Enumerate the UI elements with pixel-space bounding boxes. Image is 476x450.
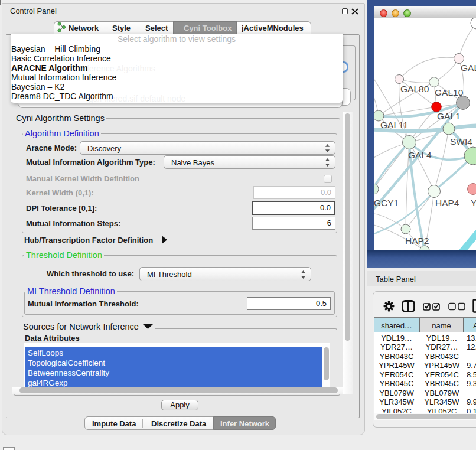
svg-text:SWI4: SWI4	[450, 136, 472, 146]
svg-text:GAL10: GAL10	[435, 87, 464, 97]
svg-text:GCY1: GCY1	[374, 198, 399, 208]
svg-text:GAL80: GAL80	[400, 84, 429, 94]
svg-text:HAP4: HAP4	[435, 198, 459, 208]
svg-text:HAP2: HAP2	[405, 236, 429, 246]
svg-text:YJ: YJ	[471, 198, 476, 208]
svg-text:GAL1: GAL1	[437, 111, 461, 121]
svg-text:GAL7: GAL7	[461, 63, 476, 73]
svg-text:GAL11: GAL11	[380, 120, 408, 130]
svg-text:GAL4: GAL4	[408, 150, 432, 160]
